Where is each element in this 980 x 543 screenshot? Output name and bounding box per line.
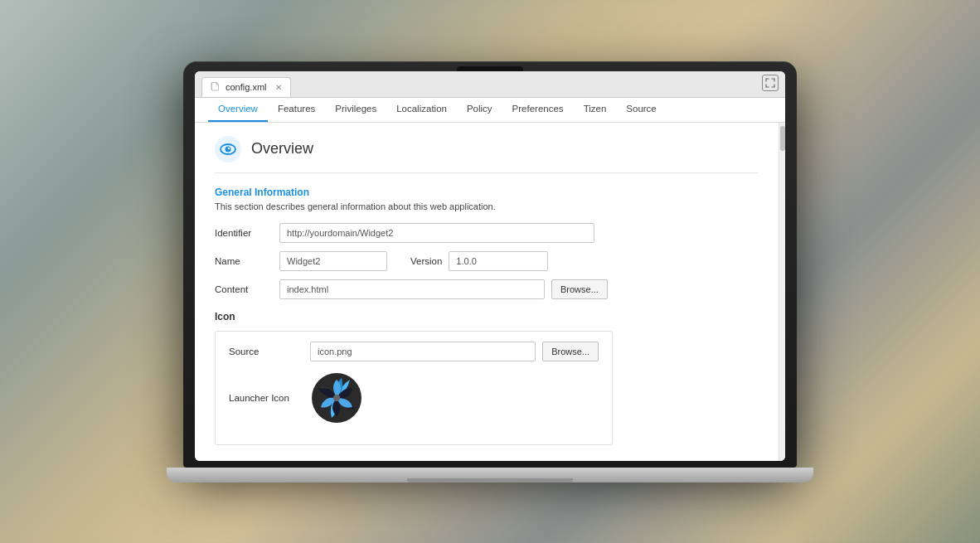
version-input[interactable] <box>449 251 548 271</box>
fullscreen-button[interactable] <box>762 75 779 91</box>
tab-bar: config.xml ✕ <box>195 71 785 98</box>
tab-close-icon[interactable]: ✕ <box>275 83 282 92</box>
tab-localization[interactable]: Localization <box>386 97 457 122</box>
name-version-row: Name Version <box>215 251 759 271</box>
content-browse-button[interactable]: Browse... <box>551 279 608 299</box>
launcher-icon-row: Launcher Icon <box>229 371 599 424</box>
tab-policy[interactable]: Policy <box>457 97 502 122</box>
overview-header: Overview <box>215 136 759 173</box>
screen-bezel: config.xml ✕ Overv <box>195 71 785 461</box>
general-information-section: General Information This section describ… <box>215 187 759 445</box>
icon-box: Source Browse... Launcher Icon <box>215 331 613 445</box>
icon-source-input[interactable] <box>310 342 536 361</box>
content-label: Content <box>215 284 273 294</box>
icon-source-row: Source Browse... <box>229 342 599 361</box>
launcher-icon-container <box>310 371 363 424</box>
icon-source-label: Source <box>229 347 303 356</box>
identifier-row: Identifier <box>215 223 759 243</box>
svg-point-5 <box>333 395 340 401</box>
content-row: Content Browse... <box>215 279 759 299</box>
tab-preferences[interactable]: Preferences <box>502 97 574 122</box>
content-input[interactable] <box>279 279 545 299</box>
launcher-icon-image <box>310 371 363 424</box>
tab-label: config.xml <box>226 82 267 92</box>
file-icon <box>211 82 221 92</box>
fullscreen-icon <box>765 78 775 88</box>
identifier-input[interactable] <box>279 223 594 243</box>
content-area: Overview General Information This sectio… <box>195 123 785 461</box>
laptop-base <box>167 468 813 482</box>
tab-features[interactable]: Features <box>268 97 325 122</box>
laptop-container: config.xml ✕ Overv <box>167 61 813 482</box>
tab-overview[interactable]: Overview <box>208 97 268 122</box>
icon-browse-button[interactable]: Browse... <box>542 342 599 361</box>
content-input-group: Browse... <box>279 279 608 299</box>
identifier-label: Identifier <box>215 228 273 238</box>
nav-tabs: Overview Features Privileges Localizatio… <box>195 98 785 123</box>
content-scroll: Overview General Information This sectio… <box>195 123 779 461</box>
eye-icon <box>220 143 236 155</box>
svg-point-3 <box>228 147 230 148</box>
tab-privileges[interactable]: Privileges <box>325 97 386 122</box>
icon-section-title: Icon <box>215 311 759 322</box>
ide-window: config.xml ✕ Overv <box>195 71 785 461</box>
name-label: Name <box>215 256 273 266</box>
name-input[interactable] <box>279 251 387 271</box>
scrollbar-thumb[interactable] <box>780 126 785 151</box>
overview-icon-container <box>215 136 241 162</box>
scrollbar-track[interactable] <box>779 123 785 461</box>
version-label: Version <box>410 256 442 266</box>
config-xml-tab[interactable]: config.xml ✕ <box>201 77 291 97</box>
tab-tizen[interactable]: Tizen <box>574 97 617 122</box>
icon-section: Icon Source Browse... <box>215 311 759 445</box>
overview-title: Overview <box>251 140 313 158</box>
section-title: General Information <box>215 187 759 198</box>
launcher-icon-label: Launcher Icon <box>229 393 303 403</box>
version-group: Version <box>410 251 548 271</box>
svg-point-2 <box>226 146 231 152</box>
section-description: This section describes general informati… <box>215 201 759 211</box>
laptop-screen: config.xml ✕ Overv <box>183 61 797 468</box>
tab-source[interactable]: Source <box>616 97 666 122</box>
